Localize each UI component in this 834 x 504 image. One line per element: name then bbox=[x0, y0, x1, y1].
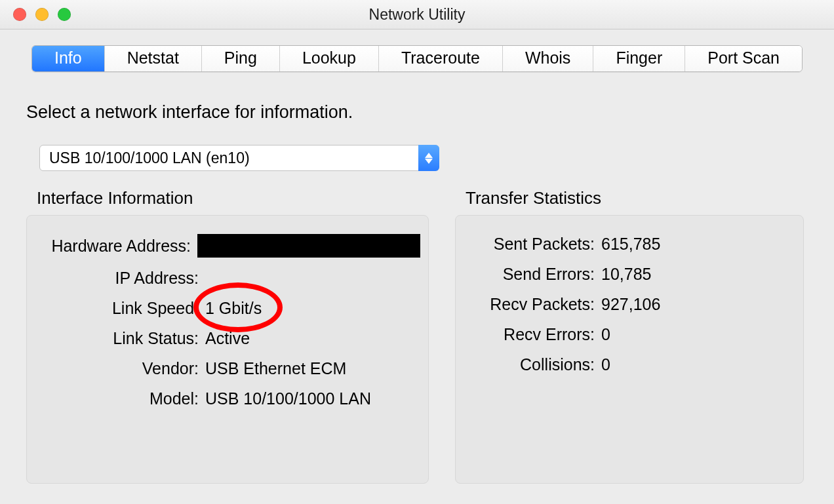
label-recv-packets: Recv Packets: bbox=[464, 294, 601, 314]
tabs: Info Netstat Ping Lookup Traceroute Whoi… bbox=[31, 45, 803, 72]
transfer-stats-panel: Sent Packets: 615,785 Send Errors: 10,78… bbox=[455, 215, 804, 484]
info-sections: Interface Information Hardware Address: … bbox=[26, 188, 808, 484]
prompt-text: Select a network interface for informati… bbox=[26, 102, 808, 123]
content-area: Select a network interface for informati… bbox=[0, 72, 834, 484]
interface-info-panel: Hardware Address: IP Address: Link Speed… bbox=[26, 215, 429, 484]
label-hardware-address: Hardware Address: bbox=[35, 236, 197, 256]
label-recv-errors: Recv Errors: bbox=[464, 324, 601, 344]
tab-finger[interactable]: Finger bbox=[593, 46, 685, 71]
transfer-stats-title: Transfer Statistics bbox=[466, 188, 804, 208]
row-recv-errors: Recv Errors: 0 bbox=[464, 324, 795, 344]
label-vendor: Vendor: bbox=[35, 359, 205, 378]
label-collisions: Collisions: bbox=[464, 355, 601, 374]
label-model: Model: bbox=[35, 389, 205, 408]
interface-info-section: Interface Information Hardware Address: … bbox=[26, 188, 429, 484]
label-link-status: Link Status: bbox=[35, 328, 205, 348]
redacted-block bbox=[197, 234, 420, 258]
interface-select[interactable]: USB 10/100/1000 LAN (en10) bbox=[39, 145, 439, 171]
label-sent-packets: Sent Packets: bbox=[464, 234, 601, 254]
row-recv-packets: Recv Packets: 927,106 bbox=[464, 294, 795, 314]
window-controls bbox=[13, 8, 71, 21]
value-send-errors: 10,785 bbox=[601, 264, 795, 284]
tab-lookup[interactable]: Lookup bbox=[280, 46, 379, 71]
row-ip-address: IP Address: bbox=[35, 268, 420, 288]
close-window-button[interactable] bbox=[13, 8, 26, 21]
value-recv-errors: 0 bbox=[601, 324, 795, 344]
value-model: USB 10/100/1000 LAN bbox=[205, 389, 420, 408]
label-ip-address: IP Address: bbox=[35, 268, 205, 288]
value-collisions: 0 bbox=[601, 355, 795, 374]
interface-info-title: Interface Information bbox=[37, 188, 429, 208]
row-collisions: Collisions: 0 bbox=[464, 355, 795, 374]
value-vendor: USB Ethernet ECM bbox=[205, 359, 420, 378]
label-send-errors: Send Errors: bbox=[464, 264, 601, 284]
value-link-speed-text: 1 Gbit/s bbox=[205, 299, 262, 317]
value-hardware-address bbox=[197, 234, 420, 258]
tab-whois[interactable]: Whois bbox=[503, 46, 593, 71]
row-sent-packets: Sent Packets: 615,785 bbox=[464, 234, 795, 254]
value-recv-packets: 927,106 bbox=[601, 294, 795, 314]
tabs-container: Info Netstat Ping Lookup Traceroute Whoi… bbox=[0, 29, 834, 72]
tab-info[interactable]: Info bbox=[32, 46, 105, 71]
interface-select-arrows-icon bbox=[418, 145, 439, 171]
window-title: Network Utility bbox=[369, 6, 466, 24]
row-hardware-address: Hardware Address: bbox=[35, 234, 420, 258]
minimize-window-button[interactable] bbox=[35, 8, 49, 21]
tab-netstat[interactable]: Netstat bbox=[105, 46, 202, 71]
row-link-speed: Link Speed: 1 Gbit/s bbox=[35, 298, 420, 318]
value-sent-packets: 615,785 bbox=[601, 234, 795, 254]
tab-portscan[interactable]: Port Scan bbox=[685, 46, 802, 71]
value-link-status: Active bbox=[205, 328, 420, 348]
row-link-status: Link Status: Active bbox=[35, 328, 420, 348]
svg-marker-1 bbox=[425, 159, 433, 164]
tab-traceroute[interactable]: Traceroute bbox=[379, 46, 503, 71]
transfer-stats-section: Transfer Statistics Sent Packets: 615,78… bbox=[455, 188, 804, 484]
svg-marker-0 bbox=[425, 153, 433, 158]
row-send-errors: Send Errors: 10,785 bbox=[464, 264, 795, 284]
row-vendor: Vendor: USB Ethernet ECM bbox=[35, 359, 420, 378]
tab-ping[interactable]: Ping bbox=[202, 46, 280, 71]
interface-select-value: USB 10/100/1000 LAN (en10) bbox=[39, 145, 439, 171]
value-link-speed: 1 Gbit/s bbox=[205, 298, 420, 318]
label-link-speed: Link Speed: bbox=[35, 298, 205, 318]
row-model: Model: USB 10/100/1000 LAN bbox=[35, 389, 420, 408]
window-titlebar: Network Utility bbox=[0, 0, 834, 29]
zoom-window-button[interactable] bbox=[58, 8, 71, 21]
